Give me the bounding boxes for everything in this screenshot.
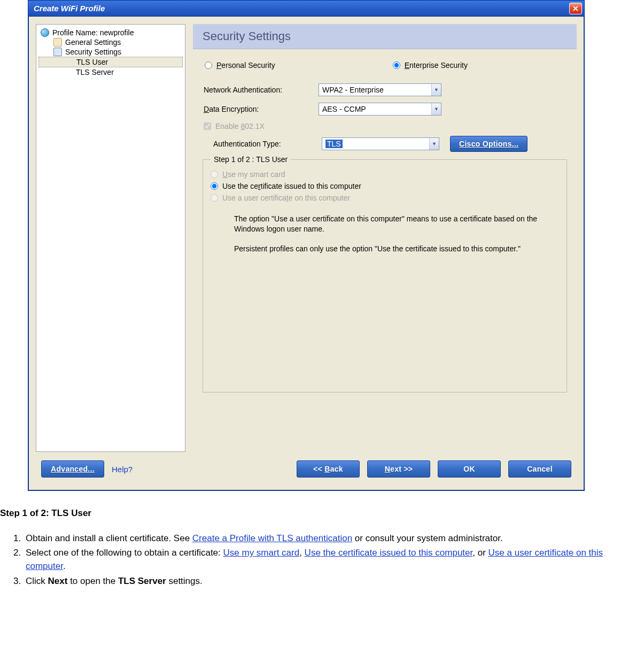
radio-label: Use the certificate issued to this compu… [222, 182, 361, 190]
radio-user-cert: Use a user certificate on this computer [211, 194, 559, 202]
link-cert-computer[interactable]: Use the certificate issued to this compu… [305, 548, 473, 558]
step-legend: Step 1 of 2 : TLS User [211, 155, 291, 164]
help-link[interactable]: Help? [112, 465, 133, 474]
tree-item-label: TLS Server [76, 68, 114, 76]
auth-type-label: Authentication Type: [213, 140, 317, 148]
data-encryption-dropdown[interactable]: AES - CCMP ▼ [319, 103, 441, 116]
enable-8021x-checkbox: Enable 802.1X [204, 122, 265, 130]
list-item: Obtain and install a client certificate.… [24, 532, 640, 545]
tree-item-label: TLS User [76, 58, 108, 66]
tree-general-settings[interactable]: General Settings [38, 37, 183, 47]
radio-label: Use my smart card [222, 170, 285, 179]
ok-button[interactable]: OK [438, 460, 501, 478]
network-auth-dropdown[interactable]: WPA2 - Enterprise ▼ [319, 83, 441, 96]
settings-icon [53, 38, 62, 47]
cisco-options-button[interactable]: Cisco Options... [450, 136, 527, 152]
button-bar: Advanced... Help? << Back Next >> OK Can… [36, 457, 577, 483]
chevron-down-icon: ▼ [431, 103, 441, 115]
bold-text: TLS Server [118, 576, 166, 586]
radio-label: Personal Security [216, 61, 275, 70]
chevron-down-icon: ▼ [429, 138, 439, 150]
radio-smart-card: Use my smart card [211, 170, 559, 179]
title-bar: Create WiFi Profile ✕ [28, 1, 584, 17]
lock-icon [53, 48, 62, 56]
radio-label: Use a user certificate on this computer [222, 194, 350, 202]
note-paragraph: Persistent profiles can only use the opt… [234, 244, 539, 254]
globe-icon [41, 28, 49, 37]
doc-heading: Step 1 of 2: TLS User [0, 507, 640, 520]
list-item: Click Next to open the TLS Server settin… [24, 575, 640, 588]
radio-input [211, 171, 218, 178]
radio-input[interactable] [393, 61, 400, 69]
radio-personal-security[interactable]: Personal Security [205, 61, 275, 70]
close-icon: ✕ [572, 4, 579, 13]
dialog-window: Create WiFi Profile ✕ Profile Name: newp… [28, 0, 585, 491]
tree-tls-user[interactable]: TLS User [38, 57, 183, 67]
doc-section: Step 1 of 2: TLS User Obtain and install… [0, 491, 644, 605]
data-encryption-label: Data Encryption: [204, 105, 319, 113]
radio-enterprise-security[interactable]: Enterprise Security [393, 61, 468, 70]
link-tls-auth[interactable]: Create a Profile with TLS authentication [192, 533, 352, 543]
nav-tree[interactable]: Profile Name: newprofile General Setting… [36, 24, 185, 452]
main-panel: Security Settings Personal Security Ente… [193, 24, 577, 452]
network-auth-label: Network Authentication: [204, 86, 319, 94]
step-group: Step 1 of 2 : TLS User Use my smart card… [203, 155, 567, 393]
cancel-button[interactable]: Cancel [508, 460, 571, 478]
close-button[interactable]: ✕ [569, 3, 582, 14]
dropdown-value: WPA2 - Enterprise [322, 86, 384, 94]
note-text: The option "Use a user certificate on th… [211, 202, 559, 254]
window-title: Create WiFi Profile [34, 4, 569, 13]
back-button[interactable]: << Back [297, 460, 360, 478]
dropdown-value: TLS [325, 140, 343, 148]
chevron-down-icon: ▼ [431, 84, 441, 96]
note-paragraph: The option "Use a user certificate on th… [234, 214, 539, 234]
tree-item-label: Security Settings [65, 48, 121, 56]
radio-input [211, 194, 218, 202]
radio-label: Enterprise Security [405, 61, 468, 70]
doc-steps-list: Obtain and install a client certificate.… [0, 532, 640, 588]
tree-tls-server[interactable]: TLS Server [38, 67, 183, 77]
checkbox-label: Enable 802.1X [215, 122, 265, 130]
radio-input[interactable] [205, 61, 212, 69]
auth-type-dropdown[interactable]: TLS ▼ [322, 137, 439, 150]
client-area: Profile Name: newprofile General Setting… [28, 17, 584, 490]
radio-cert-computer[interactable]: Use the certificate issued to this compu… [211, 182, 559, 190]
next-button[interactable]: Next >> [367, 460, 430, 478]
checkbox-input [204, 122, 211, 130]
tree-security-settings[interactable]: Security Settings [38, 47, 183, 57]
list-item: Select one of the following to obtain a … [24, 547, 640, 573]
bold-text: Next [48, 576, 68, 586]
radio-input[interactable] [211, 182, 218, 190]
advanced-button[interactable]: Advanced... [41, 460, 104, 478]
link-smart-card[interactable]: Use my smart card [223, 548, 300, 558]
tree-profile-name[interactable]: Profile Name: newprofile [38, 28, 183, 37]
panel-title: Security Settings [193, 24, 577, 49]
dropdown-value: AES - CCMP [322, 105, 366, 113]
tree-item-label: General Settings [65, 38, 121, 47]
tree-item-label: Profile Name: newprofile [52, 28, 134, 37]
